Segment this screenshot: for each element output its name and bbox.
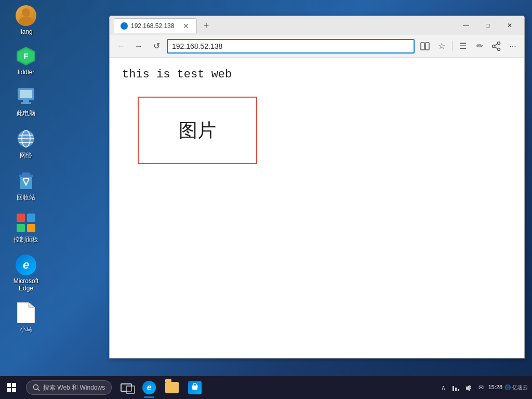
desktop-icon-edge[interactable]: e MicrosoftEdge <box>8 255 44 292</box>
toolbar-divider <box>452 41 453 51</box>
search-icon <box>33 384 40 391</box>
fiddler-icon: F <box>16 46 36 66</box>
computer-label: 此电脑 <box>17 109 35 118</box>
tray-network-icon[interactable] <box>451 382 461 393</box>
file-icon <box>17 302 35 323</box>
desktop-icon-file[interactable]: 小马 <box>8 302 44 334</box>
hub-icon[interactable]: ☰ <box>456 39 470 54</box>
svg-rect-4 <box>20 90 32 98</box>
file-label: 小马 <box>20 325 32 334</box>
svg-rect-22 <box>425 43 429 50</box>
taskbar-explorer-app[interactable] <box>161 376 183 399</box>
svg-rect-16 <box>17 214 25 222</box>
notes-icon[interactable]: ✏ <box>472 39 487 54</box>
jiang-icon <box>16 5 36 26</box>
desktop-icons: jiang F fiddler 此电脑 <box>8 5 44 334</box>
image-label: 图片 <box>179 118 216 143</box>
svg-line-26 <box>495 44 498 46</box>
network-icon <box>16 128 36 149</box>
more-button[interactable]: ··· <box>506 39 520 54</box>
recycle-icon <box>17 170 35 191</box>
tab-favicon <box>121 22 128 30</box>
system-clock[interactable]: 15:28 <box>488 383 503 391</box>
svg-rect-21 <box>421 43 424 50</box>
taskbar: 搜索 Web 和 Windows e ∧ ✉ <box>0 376 532 399</box>
browser-content: this is test web 图片 <box>110 58 524 358</box>
svg-rect-30 <box>453 386 454 391</box>
desktop-icon-computer[interactable]: 此电脑 <box>8 86 44 118</box>
maximize-button[interactable]: □ <box>477 18 498 33</box>
start-button[interactable] <box>0 376 23 399</box>
favorites-icon[interactable]: ☆ <box>434 39 449 54</box>
tray-message-icon[interactable]: ✉ <box>476 382 486 393</box>
minimize-button[interactable]: — <box>456 18 476 33</box>
browser-toolbar: ← → ↺ ☆ ☰ ✏ ··· <box>110 35 524 58</box>
svg-point-28 <box>34 385 38 390</box>
edge-label: MicrosoftEdge <box>14 277 39 292</box>
svg-rect-5 <box>23 100 29 102</box>
desktop-icon-fiddler[interactable]: F fiddler <box>8 46 44 76</box>
desktop-icon-control[interactable]: 控制面板 <box>8 212 44 244</box>
taskbar-edge-icon: e <box>142 381 156 394</box>
tab-title: 192.168.52.138 <box>131 22 174 30</box>
start-icon <box>7 383 16 392</box>
tab-close-button[interactable]: ✕ <box>182 22 190 30</box>
page-heading: this is test web <box>122 68 512 81</box>
taskbar-explorer-icon <box>165 382 179 393</box>
jiang-label: jiang <box>19 28 32 35</box>
svg-point-25 <box>498 48 500 50</box>
address-bar[interactable] <box>167 39 415 54</box>
svg-point-23 <box>493 45 495 47</box>
toolbar-icons: ☆ ☰ ✏ ··· <box>418 39 520 54</box>
taskview-icon <box>121 383 132 392</box>
brand-text: 亿速云 <box>512 384 528 390</box>
back-button[interactable]: ← <box>114 39 128 54</box>
tray-chevron[interactable]: ∧ <box>438 382 449 393</box>
new-tab-button[interactable]: + <box>199 18 214 33</box>
svg-rect-6 <box>21 102 31 104</box>
reading-view-icon[interactable] <box>418 39 432 54</box>
window-controls: — □ ✕ <box>456 18 520 33</box>
control-panel-label: 控制面板 <box>14 235 38 244</box>
svg-rect-31 <box>455 388 457 391</box>
svg-rect-17 <box>27 214 35 222</box>
desktop: jiang F fiddler 此电脑 <box>0 0 532 399</box>
forward-button[interactable]: → <box>131 39 146 54</box>
svg-line-29 <box>38 389 40 391</box>
svg-text:F: F <box>24 52 29 60</box>
desktop-icon-recycle[interactable]: 回收站 <box>8 170 44 202</box>
fiddler-label: fiddler <box>18 69 35 76</box>
recycle-label: 回收站 <box>17 193 35 202</box>
desktop-icon-jiang[interactable]: jiang <box>8 5 44 35</box>
svg-rect-19 <box>27 224 35 232</box>
share-icon[interactable] <box>489 39 503 54</box>
edge-desktop-icon: e <box>16 255 36 275</box>
svg-rect-14 <box>22 172 30 175</box>
refresh-button[interactable]: ↺ <box>149 39 164 54</box>
taskbar-search[interactable]: 搜索 Web 和 Windows <box>26 380 112 395</box>
browser-window: 192.168.52.138 ✕ + — □ ✕ ← → ↺ ☆ <box>109 16 525 358</box>
computer-icon <box>16 87 36 106</box>
desktop-icon-network[interactable]: 网络 <box>8 128 44 160</box>
taskbar-edge-app[interactable]: e <box>138 376 161 399</box>
control-panel-icon <box>16 212 36 233</box>
image-placeholder: 图片 <box>138 97 257 164</box>
tray-volume-icon[interactable] <box>463 382 474 393</box>
network-label: 网络 <box>20 151 32 160</box>
browser-titlebar: 192.168.52.138 ✕ + — □ ✕ <box>110 16 524 35</box>
clock-time: 15:28 <box>488 383 503 391</box>
taskbar-store-icon <box>188 381 202 394</box>
svg-rect-32 <box>458 389 459 391</box>
tray-brand[interactable]: 🌐 亿速云 <box>504 384 528 391</box>
taskbar-search-text: 搜索 Web 和 Windows <box>43 383 105 392</box>
system-tray: ∧ ✉ 15:28 🌐 亿速云 <box>434 382 532 393</box>
taskview-button[interactable] <box>115 376 138 399</box>
svg-point-24 <box>498 42 500 44</box>
taskbar-store-app[interactable] <box>183 376 206 399</box>
browser-tab[interactable]: 192.168.52.138 ✕ <box>114 18 197 33</box>
close-button[interactable]: ✕ <box>499 18 520 33</box>
svg-rect-18 <box>17 224 25 232</box>
svg-line-27 <box>495 47 498 49</box>
